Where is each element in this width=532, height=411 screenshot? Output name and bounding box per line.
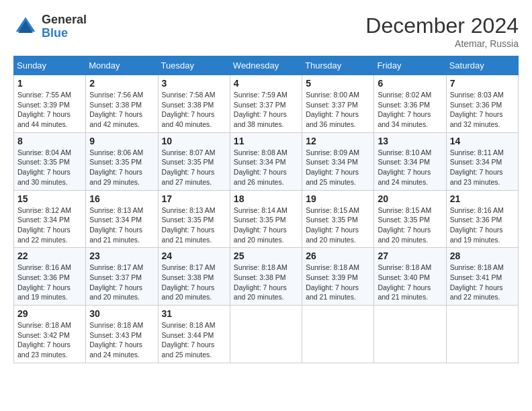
sunset-label: Sunset: 3:36 PM bbox=[17, 273, 70, 281]
calendar-day-13: 13 Sunrise: 8:10 AM Sunset: 3:34 PM Dayl… bbox=[374, 132, 446, 190]
calendar-week-2: 8 Sunrise: 8:04 AM Sunset: 3:35 PM Dayli… bbox=[14, 132, 519, 190]
day-number: 14 bbox=[450, 136, 515, 146]
day-info: Sunrise: 8:14 AM Sunset: 3:35 PM Dayligh… bbox=[234, 205, 298, 245]
daylight-label: Daylight: 7 hours and 20 minutes. bbox=[234, 283, 287, 302]
logo-text: General Blue bbox=[42, 13, 87, 40]
daylight-label: Daylight: 7 hours and 19 minutes. bbox=[17, 283, 71, 302]
day-number: 15 bbox=[17, 193, 82, 204]
sunset-label: Sunset: 3:36 PM bbox=[450, 101, 502, 109]
daylight-label: Daylight: 7 hours and 38 minutes. bbox=[234, 110, 287, 128]
calendar-day-8: 8 Sunrise: 8:04 AM Sunset: 3:35 PM Dayli… bbox=[14, 132, 86, 190]
daylight-label: Daylight: 7 hours and 21 minutes. bbox=[378, 283, 431, 302]
day-number: 3 bbox=[162, 78, 226, 89]
calendar-day-16: 16 Sunrise: 8:13 AM Sunset: 3:34 PM Dayl… bbox=[86, 190, 158, 248]
calendar-week-1: 1 Sunrise: 7:55 AM Sunset: 3:39 PM Dayli… bbox=[14, 75, 519, 133]
calendar-week-3: 15 Sunrise: 8:12 AM Sunset: 3:34 PM Dayl… bbox=[14, 190, 519, 248]
day-info: Sunrise: 8:08 AM Sunset: 3:34 PM Dayligh… bbox=[234, 148, 298, 187]
sunrise-label: Sunrise: 8:18 AM bbox=[234, 263, 287, 271]
daylight-label: Daylight: 7 hours and 34 minutes. bbox=[378, 110, 431, 128]
calendar-week-5: 29 Sunrise: 8:18 AM Sunset: 3:42 PM Dayl… bbox=[14, 306, 519, 363]
day-number: 18 bbox=[234, 193, 298, 204]
day-number: 17 bbox=[162, 193, 226, 204]
sunrise-label: Sunrise: 7:55 AM bbox=[17, 91, 71, 99]
sunset-label: Sunset: 3:39 PM bbox=[17, 101, 70, 109]
calendar-day-24: 24 Sunrise: 8:17 AM Sunset: 3:38 PM Dayl… bbox=[158, 248, 230, 306]
sunset-label: Sunset: 3:37 PM bbox=[89, 273, 142, 281]
day-info: Sunrise: 8:17 AM Sunset: 3:37 PM Dayligh… bbox=[89, 263, 154, 302]
sunrise-label: Sunrise: 8:16 AM bbox=[450, 206, 504, 214]
daylight-label: Daylight: 7 hours and 20 minutes. bbox=[306, 226, 359, 244]
day-number: 10 bbox=[162, 136, 226, 146]
daylight-label: Daylight: 7 hours and 21 minutes. bbox=[306, 283, 359, 302]
day-number: 21 bbox=[450, 193, 515, 204]
calendar-day-9: 9 Sunrise: 8:06 AM Sunset: 3:35 PM Dayli… bbox=[86, 132, 158, 190]
day-number: 30 bbox=[89, 308, 154, 319]
sunset-label: Sunset: 3:35 PM bbox=[17, 158, 70, 166]
day-number: 31 bbox=[162, 308, 226, 319]
logo-icon bbox=[13, 15, 38, 39]
calendar-day-1: 1 Sunrise: 7:55 AM Sunset: 3:39 PM Dayli… bbox=[14, 75, 86, 133]
day-number: 29 bbox=[17, 308, 82, 319]
sunrise-label: Sunrise: 8:00 AM bbox=[306, 91, 359, 99]
sunset-label: Sunset: 3:35 PM bbox=[162, 216, 214, 224]
daylight-label: Daylight: 7 hours and 32 minutes. bbox=[450, 110, 503, 128]
daylight-label: Daylight: 7 hours and 23 minutes. bbox=[17, 340, 71, 359]
calendar-header-wednesday: Wednesday bbox=[230, 56, 302, 75]
sunset-label: Sunset: 3:38 PM bbox=[162, 101, 214, 109]
calendar-day-31: 31 Sunrise: 8:18 AM Sunset: 3:44 PM Dayl… bbox=[158, 306, 230, 363]
day-number: 9 bbox=[89, 136, 154, 146]
day-info: Sunrise: 8:16 AM Sunset: 3:36 PM Dayligh… bbox=[450, 205, 515, 245]
day-info: Sunrise: 8:18 AM Sunset: 3:38 PM Dayligh… bbox=[234, 263, 298, 302]
calendar-header-monday: Monday bbox=[86, 56, 158, 75]
sunrise-label: Sunrise: 8:16 AM bbox=[17, 263, 71, 271]
calendar-day-27: 27 Sunrise: 8:18 AM Sunset: 3:40 PM Dayl… bbox=[374, 248, 446, 306]
sunrise-label: Sunrise: 8:12 AM bbox=[17, 206, 71, 214]
sunset-label: Sunset: 3:39 PM bbox=[306, 273, 358, 281]
calendar-day-26: 26 Sunrise: 8:18 AM Sunset: 3:39 PM Dayl… bbox=[302, 248, 374, 306]
sunrise-label: Sunrise: 8:17 AM bbox=[89, 263, 143, 271]
daylight-label: Daylight: 7 hours and 20 minutes. bbox=[234, 226, 287, 244]
sunrise-label: Sunrise: 8:13 AM bbox=[162, 206, 216, 214]
daylight-label: Daylight: 7 hours and 36 minutes. bbox=[306, 110, 359, 128]
empty-cell bbox=[374, 306, 446, 363]
sunset-label: Sunset: 3:34 PM bbox=[17, 216, 70, 224]
empty-cell bbox=[230, 306, 302, 363]
month-year: December 2024 bbox=[365, 13, 519, 38]
sunset-label: Sunset: 3:44 PM bbox=[162, 331, 214, 339]
calendar-header-sunday: Sunday bbox=[14, 56, 86, 75]
sunset-label: Sunset: 3:35 PM bbox=[89, 158, 142, 166]
day-number: 19 bbox=[306, 193, 370, 204]
calendar-week-4: 22 Sunrise: 8:16 AM Sunset: 3:36 PM Dayl… bbox=[14, 248, 519, 306]
sunset-label: Sunset: 3:40 PM bbox=[378, 273, 430, 281]
day-info: Sunrise: 8:16 AM Sunset: 3:36 PM Dayligh… bbox=[17, 263, 82, 302]
day-number: 5 bbox=[306, 78, 370, 89]
daylight-label: Daylight: 7 hours and 19 minutes. bbox=[450, 226, 503, 244]
sunset-label: Sunset: 3:34 PM bbox=[306, 158, 358, 166]
day-info: Sunrise: 8:00 AM Sunset: 3:37 PM Dayligh… bbox=[306, 90, 370, 130]
day-number: 26 bbox=[306, 250, 370, 261]
sunrise-label: Sunrise: 7:56 AM bbox=[89, 91, 143, 99]
sunrise-label: Sunrise: 8:14 AM bbox=[234, 206, 287, 214]
sunset-label: Sunset: 3:37 PM bbox=[234, 101, 286, 109]
day-info: Sunrise: 8:18 AM Sunset: 3:41 PM Dayligh… bbox=[450, 263, 515, 302]
calendar-day-25: 25 Sunrise: 8:18 AM Sunset: 3:38 PM Dayl… bbox=[230, 248, 302, 306]
day-number: 7 bbox=[450, 78, 515, 89]
calendar-day-29: 29 Sunrise: 8:18 AM Sunset: 3:42 PM Dayl… bbox=[14, 306, 86, 363]
calendar-header-thursday: Thursday bbox=[302, 56, 374, 75]
day-number: 13 bbox=[378, 136, 442, 146]
sunrise-label: Sunrise: 8:18 AM bbox=[306, 263, 359, 271]
logo-general: General bbox=[42, 13, 87, 27]
sunset-label: Sunset: 3:41 PM bbox=[450, 273, 502, 281]
day-number: 28 bbox=[450, 250, 515, 261]
daylight-label: Daylight: 7 hours and 26 minutes. bbox=[234, 168, 287, 186]
daylight-label: Daylight: 7 hours and 21 minutes. bbox=[89, 226, 142, 244]
day-info: Sunrise: 7:59 AM Sunset: 3:37 PM Dayligh… bbox=[234, 90, 298, 130]
daylight-label: Daylight: 7 hours and 24 minutes. bbox=[378, 168, 431, 186]
calendar-day-17: 17 Sunrise: 8:13 AM Sunset: 3:35 PM Dayl… bbox=[158, 190, 230, 248]
sunrise-label: Sunrise: 8:11 AM bbox=[450, 148, 504, 156]
day-info: Sunrise: 8:03 AM Sunset: 3:36 PM Dayligh… bbox=[450, 90, 515, 130]
calendar-day-21: 21 Sunrise: 8:16 AM Sunset: 3:36 PM Dayl… bbox=[446, 190, 518, 248]
sunset-label: Sunset: 3:34 PM bbox=[89, 216, 142, 224]
sunrise-label: Sunrise: 8:04 AM bbox=[17, 148, 71, 156]
empty-cell bbox=[302, 306, 374, 363]
